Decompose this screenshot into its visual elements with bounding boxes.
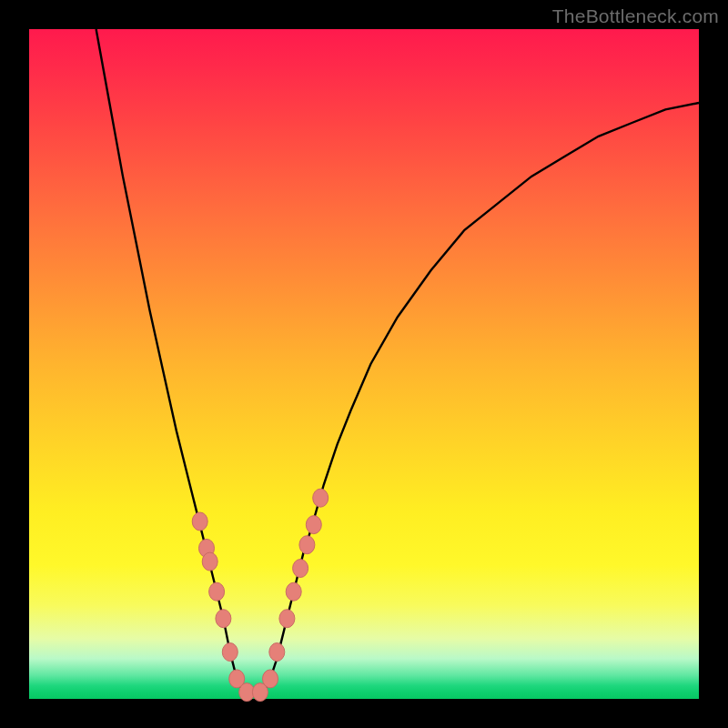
chart-plot-area: [29, 29, 699, 699]
chart-marker: [192, 512, 207, 531]
chart-marker: [299, 536, 315, 554]
chart-marker: [222, 643, 238, 662]
chart-marker: [279, 610, 295, 628]
chart-marker: [293, 560, 308, 578]
chart-marker: [269, 643, 285, 662]
watermark-text: TheBottleneck.com: [552, 5, 719, 27]
chart-frame: TheBottleneck.com: [0, 0, 728, 728]
chart-marker: [209, 582, 225, 601]
chart-marker: [263, 670, 278, 688]
chart-marker: [306, 516, 321, 534]
chart-marker: [286, 582, 301, 601]
chart-curve-group: [96, 29, 699, 695]
chart-marker: [202, 552, 217, 571]
chart-markers-group: [192, 489, 329, 701]
chart-svg: [29, 29, 699, 699]
curve-right: [264, 103, 699, 693]
chart-marker: [313, 489, 329, 507]
chart-marker: [216, 610, 231, 628]
